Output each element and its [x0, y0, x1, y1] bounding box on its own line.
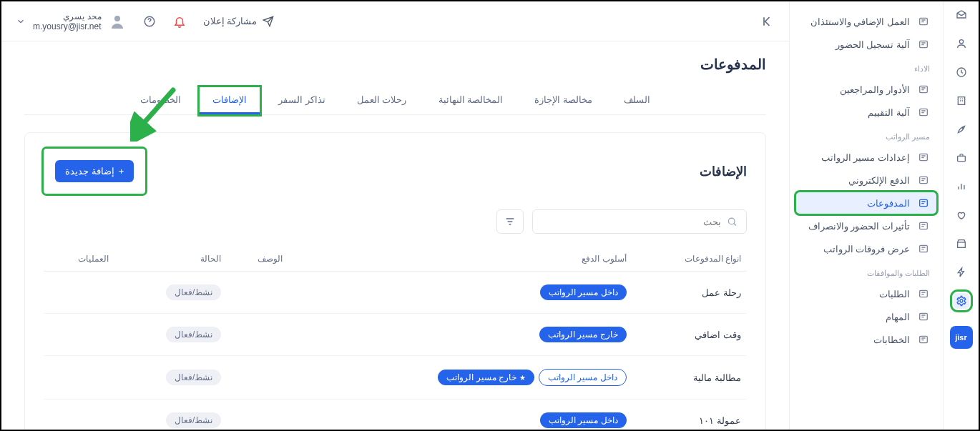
sidebar-item[interactable]: الطلبات: [795, 282, 937, 305]
plus-icon: +: [119, 166, 124, 177]
sidebar-item-icon: [917, 84, 930, 95]
chevron-down-icon: [16, 16, 26, 26]
table-header: أسلوب الدفع: [288, 247, 632, 272]
sidebar-item-label: آلية تسجيل الحضور: [836, 39, 910, 50]
svg-rect-5: [957, 242, 965, 247]
store-icon[interactable]: [954, 236, 969, 252]
tabs: السلفمخالصة الإجازةالمخالصة النهائيةرحلا…: [24, 87, 766, 115]
avatar-icon: [109, 13, 126, 30]
payment-types-table: انواع المدفوعاتأسلوب الدفعالوصفالحالةالع…: [44, 247, 747, 430]
table-row[interactable]: وقت اضافيخارج مسير الرواتبنشط/فعال: [44, 314, 747, 356]
status-badge: نشط/فعال: [166, 370, 221, 385]
tab[interactable]: المخالصة النهائية: [426, 87, 516, 114]
icon-rail: jisr: [943, 1, 979, 430]
sidebar-item-icon: [917, 311, 930, 322]
briefcase-icon[interactable]: [954, 150, 969, 166]
user-name: محد يسري: [33, 11, 102, 21]
sidebar-item[interactable]: الدفع الإلكتروني: [795, 169, 937, 192]
svg-rect-2: [958, 97, 964, 105]
sidebar-item[interactable]: عرض فروقات الرواتب: [795, 237, 937, 260]
status-badge: نشط/فعال: [166, 412, 221, 428]
search-icon: [727, 216, 738, 227]
sidebar-item-icon: [917, 243, 930, 254]
sidebar-item[interactable]: العمل الإضافي والاستئذان: [795, 10, 937, 33]
collapse-sidebar-icon[interactable]: [760, 14, 775, 29]
tab[interactable]: مخالصة الإجازة: [521, 87, 605, 114]
bolt-icon[interactable]: [954, 264, 969, 280]
pay-badge: خارج مسير الرواتب: [539, 327, 627, 342]
sidebar-item-icon: [917, 152, 930, 163]
sidebar-item[interactable]: المدفوعات: [795, 192, 937, 214]
settings-icon[interactable]: [954, 293, 969, 309]
notification-bell-icon[interactable]: [173, 15, 186, 28]
page-title: المدفوعات: [24, 56, 766, 73]
sidebar-item-icon: [917, 288, 930, 299]
search-input[interactable]: [542, 217, 721, 227]
tab[interactable]: الإضافات: [200, 87, 260, 114]
sidebar-item[interactable]: المهام: [795, 305, 937, 328]
table-header: انواع المدفوعات: [632, 247, 747, 272]
filter-button[interactable]: [496, 209, 524, 234]
share-announcement-button[interactable]: مشاركة إعلان: [203, 16, 275, 27]
sidebar-item-icon: [917, 106, 930, 118]
tab[interactable]: رحلات العمل: [344, 87, 420, 114]
sidebar-item-icon: [917, 197, 930, 209]
rocket-icon[interactable]: [954, 122, 969, 137]
table-header: العمليات: [44, 247, 114, 272]
sidebar-item-label: المهام: [886, 312, 910, 322]
sidebar-item-icon: [917, 220, 930, 232]
svg-point-3: [962, 127, 964, 129]
sidebar-item-label: تأثيرات الحضور والانصراف: [808, 221, 910, 232]
table-header: الوصف: [227, 247, 288, 272]
user-icon[interactable]: [954, 36, 969, 51]
sidebar-item-label: آلية التقييم: [868, 107, 910, 118]
pay-badge: خارج مسير الرواتب: [438, 370, 534, 385]
settings-sidebar: العمل الإضافي والاستئذانآلية تسجيل الحضو…: [789, 1, 943, 430]
sidebar-item-label: المدفوعات: [867, 198, 910, 209]
sidebar-item[interactable]: آلية تسجيل الحضور: [795, 33, 937, 56]
sidebar-group-head: الطلبات والموافقات: [795, 260, 937, 282]
table-row[interactable]: عمولة ١٠١داخل مسير الرواتبنشط/فعال: [44, 400, 747, 430]
user-menu[interactable]: محد يسري m.yousry@jisr.net: [16, 11, 126, 31]
svg-rect-4: [957, 156, 965, 161]
help-icon[interactable]: [143, 15, 156, 28]
tab[interactable]: تذاكر السفر: [265, 87, 338, 114]
chart-icon[interactable]: [954, 179, 969, 194]
filter-icon: [504, 216, 516, 227]
add-new-button[interactable]: + إضافة جديدة: [55, 160, 134, 182]
sidebar-group-head: مسير الرواتب: [795, 124, 937, 146]
tab[interactable]: الخصومات: [127, 87, 194, 114]
additions-panel: الإضافات + إضافة جديدة انواع المدفوعاتأس…: [24, 132, 766, 430]
search-box[interactable]: [532, 209, 747, 234]
heart-hand-icon[interactable]: [954, 207, 969, 223]
pay-badge: داخل مسير الرواتب: [540, 412, 627, 428]
pay-badge: داخل مسير الرواتب: [540, 284, 627, 300]
topbar: مشاركة إعلان محد يسري m.yousry@jisr.net: [1, 1, 789, 41]
sidebar-item-label: الخطابات: [873, 335, 910, 345]
sidebar-item-icon: [917, 334, 930, 345]
sidebar-item-label: إعدادات مسير الرواتب: [821, 152, 910, 163]
sidebar-item[interactable]: إعدادات مسير الرواتب: [795, 146, 937, 169]
pay-badge: داخل مسير الرواتب: [539, 369, 627, 386]
sidebar-item[interactable]: الخطابات: [795, 328, 937, 351]
sidebar-item-label: الطلبات: [879, 289, 910, 299]
tab[interactable]: السلف: [611, 87, 663, 114]
sidebar-item-icon: [917, 174, 930, 186]
table-row[interactable]: مطالبة ماليةداخل مسير الرواتبخارج مسير ا…: [44, 356, 747, 400]
sidebar-item-label: عرض فروقات الرواتب: [823, 244, 910, 254]
clock-icon[interactable]: [954, 64, 969, 80]
table-row[interactable]: رحلة عملداخل مسير الرواتبنشط/فعال: [44, 272, 747, 314]
sidebar-item-label: الأدوار والمراجعين: [840, 84, 910, 95]
svg-point-0: [959, 40, 963, 44]
building-icon[interactable]: [954, 93, 969, 109]
svg-point-20: [114, 16, 120, 21]
sidebar-item[interactable]: تأثيرات الحضور والانصراف: [795, 214, 937, 237]
status-badge: نشط/فعال: [166, 327, 221, 342]
sidebar-item[interactable]: الأدوار والمراجعين: [795, 78, 937, 101]
jisr-logo[interactable]: jisr: [950, 326, 973, 349]
svg-point-21: [729, 218, 735, 224]
sidebar-item-label: الدفع الإلكتروني: [848, 175, 910, 186]
sidebar-item[interactable]: آلية التقييم: [795, 101, 937, 124]
inbox-icon[interactable]: [954, 7, 969, 23]
table-header: الحالة: [114, 247, 227, 272]
